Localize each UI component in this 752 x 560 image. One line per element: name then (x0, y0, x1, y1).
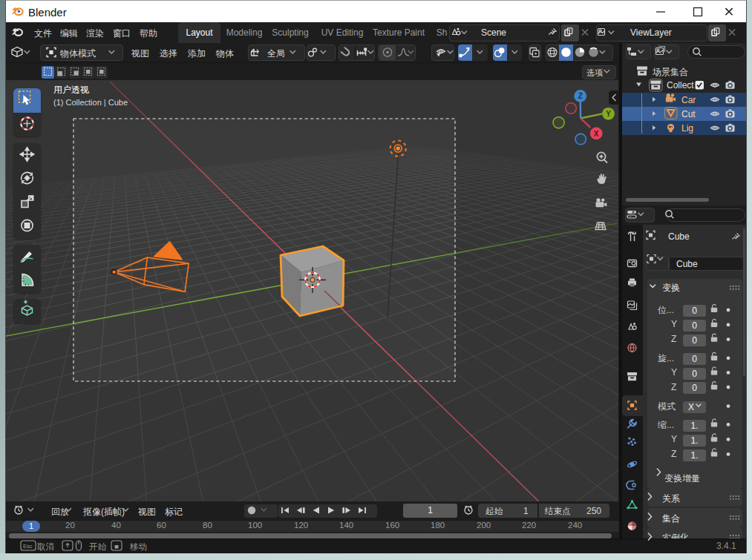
svg-text:X: X (594, 130, 599, 138)
svg-text:Z: Z (578, 92, 583, 100)
svg-text:Y: Y (606, 110, 611, 118)
